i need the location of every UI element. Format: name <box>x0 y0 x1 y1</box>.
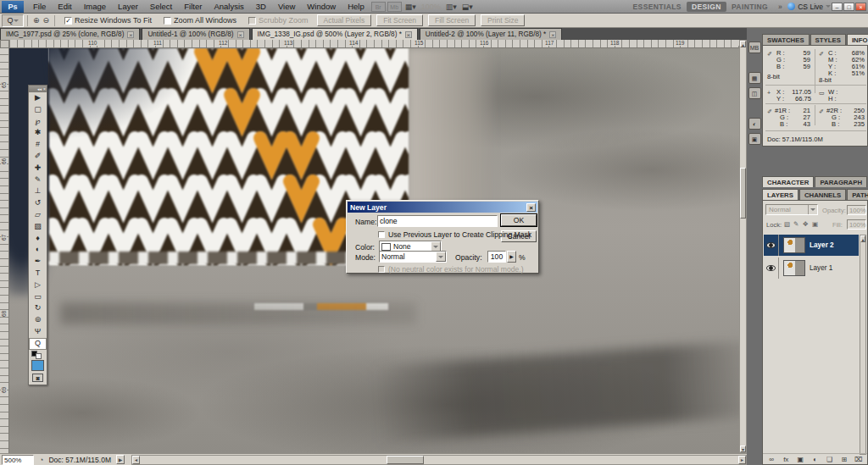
clone-stamp-tool[interactable]: ⊥ <box>29 185 47 197</box>
mini-bridge-panel-icon[interactable]: MB <box>748 42 761 53</box>
dialog-title-bar[interactable]: New Layer × <box>348 202 537 213</box>
layer-style-icon[interactable]: fx <box>780 456 792 463</box>
new-layer-icon[interactable]: ⊞ <box>838 456 850 463</box>
menu-file[interactable]: File <box>27 0 52 13</box>
layer-name-input[interactable] <box>377 215 498 227</box>
tab-swatches[interactable]: SWATCHES <box>762 34 810 45</box>
menu-3d[interactable]: 3D <box>250 0 272 13</box>
menu-analysis[interactable]: Analysis <box>208 0 249 13</box>
rotate-view-tool[interactable]: ↻ <box>29 302 47 314</box>
zoom-out-icon[interactable]: ⊖ <box>43 16 50 25</box>
menu-view[interactable]: View <box>272 0 301 13</box>
marquee-tool[interactable]: ▢ <box>29 104 47 116</box>
layer-name[interactable]: Layer 2 <box>810 241 834 249</box>
menu-edit[interactable]: Edit <box>52 0 77 13</box>
tab-paragraph[interactable]: PARAGRAPH <box>815 176 867 187</box>
close-icon[interactable]: × <box>43 86 46 91</box>
adjustments-panel-icon[interactable]: ◐ <box>748 118 761 130</box>
pen-tool[interactable]: ✒ <box>29 256 47 268</box>
status-arrow-icon[interactable]: ▶ <box>116 455 125 464</box>
layer-name[interactable]: Layer 1 <box>810 264 832 272</box>
delete-layer-icon[interactable]: ⌧ <box>853 456 865 463</box>
scroll-up-icon[interactable]: ▴ <box>860 235 865 242</box>
shape-tool[interactable]: ▭ <box>29 291 47 303</box>
eye-icon[interactable] <box>766 265 776 271</box>
workspace-design[interactable]: DESIGN <box>687 2 726 12</box>
menu-filter[interactable]: Filter <box>178 0 208 13</box>
gradient-tool[interactable]: ▨ <box>29 221 47 233</box>
tab-character[interactable]: CHARACTER <box>762 176 814 187</box>
layers-scrollbar[interactable]: ▴ <box>860 235 866 455</box>
zoom-all-windows-checkbox[interactable]: Zoom All Windows <box>164 16 236 25</box>
cs-live-menu[interactable]: CS Live <box>787 3 831 11</box>
brush-presets-panel-icon[interactable]: ◫ <box>748 87 761 99</box>
zoom-level-dropdown[interactable]: 100% <box>421 3 441 11</box>
document-tab-active[interactable]: IMG_1338_IG.psd @ 500% (Layer 2, RGB/8) … <box>252 28 418 40</box>
lock-transparency-icon[interactable]: ▧ <box>784 220 790 228</box>
scroll-right-icon[interactable]: ▸ <box>738 456 746 464</box>
history-brush-tool[interactable]: ↺ <box>29 197 47 209</box>
blur-tool[interactable]: ♦ <box>29 233 47 245</box>
minimize-button[interactable]: – <box>832 3 843 11</box>
tab-info[interactable]: INFO <box>847 34 868 45</box>
tab-layers[interactable]: LAYERS <box>762 189 798 200</box>
quick-mask-icon[interactable]: ◙ <box>32 374 43 382</box>
brush-tool[interactable]: ✎ <box>29 174 47 186</box>
vertical-scrollbar[interactable]: ▴ ▾ <box>739 40 747 453</box>
current-tool-zoom-icon[interactable]: Q <box>2 14 24 27</box>
eraser-tool[interactable]: ▱ <box>29 209 47 221</box>
close-tab-icon[interactable]: × <box>127 31 134 38</box>
close-button[interactable]: × <box>855 3 866 11</box>
resize-windows-checkbox[interactable]: ✓ Resize Windows To Fit <box>64 16 152 25</box>
link-layers-icon[interactable]: ∞ <box>765 456 777 463</box>
document-tab[interactable]: Untitled-2 @ 100% (Layer 11, RGB/8) * × <box>420 28 562 40</box>
menu-layer[interactable]: Layer <box>112 0 144 13</box>
masks-panel-icon[interactable]: ▣ <box>748 133 761 145</box>
mini-bridge-button[interactable]: Mb <box>387 2 402 12</box>
new-group-icon[interactable]: ❏ <box>824 456 836 463</box>
workspace-essentials[interactable]: ESSENTIALS <box>628 2 687 12</box>
adjustment-layer-icon[interactable]: ◐ <box>810 456 821 463</box>
close-tab-icon[interactable]: × <box>549 31 556 38</box>
menu-window[interactable]: Window <box>301 0 342 13</box>
dialog-close-icon[interactable]: × <box>526 203 536 212</box>
eyedropper-tool[interactable]: ✐ <box>29 151 47 163</box>
restore-button[interactable]: □ <box>843 3 854 11</box>
scrollbar-thumb[interactable] <box>387 456 424 464</box>
tab-paths[interactable]: PATHS <box>847 189 868 200</box>
workspace-painting[interactable]: PAINTING <box>726 2 773 12</box>
tools-palette-header[interactable]: ◂◂ × <box>29 86 47 92</box>
bridge-button[interactable]: Br <box>371 2 386 12</box>
tab-channels[interactable]: CHANNELS <box>799 189 846 200</box>
scroll-down-icon[interactable]: ▾ <box>740 446 746 452</box>
lasso-tool[interactable]: ℘ <box>29 116 47 128</box>
tab-styles[interactable]: STYLES <box>810 34 846 45</box>
view-extras-icon[interactable]: ▦▾ <box>405 3 416 11</box>
mode-dropdown[interactable]: Normal <box>379 251 447 263</box>
lock-paint-icon[interactable]: ✎ <box>793 220 798 228</box>
lock-position-icon[interactable]: ✥ <box>803 220 808 228</box>
screen-mode-icon[interactable]: ⬓▾ <box>462 3 473 11</box>
document-tab[interactable]: Untitled-1 @ 100% (RGB/8) × <box>142 28 249 40</box>
collapse-icon[interactable]: ◂◂ <box>37 86 42 91</box>
zoom-in-icon[interactable]: ⊕ <box>33 16 40 25</box>
status-zoom-level[interactable]: 500% <box>2 455 34 465</box>
scroll-left-icon[interactable]: ◂ <box>132 456 140 464</box>
layer-thumbnail[interactable] <box>783 237 805 253</box>
horizontal-scrollbar[interactable]: ◂ ▸ <box>131 455 747 465</box>
3d-orbit-tool[interactable]: ⊚ <box>29 314 47 326</box>
clipping-mask-checkbox[interactable] <box>378 231 385 238</box>
healing-brush-tool[interactable]: ✚ <box>29 163 47 174</box>
scroll-up-icon[interactable]: ▴ <box>740 41 746 47</box>
visibility-cell[interactable] <box>764 235 779 256</box>
opacity-input[interactable]: 100 <box>487 251 506 263</box>
arrange-documents-icon[interactable]: ▥▾ <box>446 3 457 11</box>
workspace-overflow-chevrons[interactable]: » <box>773 2 787 12</box>
menu-select[interactable]: Select <box>144 0 178 13</box>
path-selection-tool[interactable]: ▷ <box>29 280 47 291</box>
menu-help[interactable]: Help <box>342 0 370 13</box>
quick-selection-tool[interactable]: ✱ <box>29 127 47 139</box>
type-tool[interactable]: T <box>29 268 47 280</box>
add-mask-icon[interactable]: ▣ <box>794 456 806 463</box>
layer-row-selected[interactable]: Layer 2 <box>764 235 859 256</box>
